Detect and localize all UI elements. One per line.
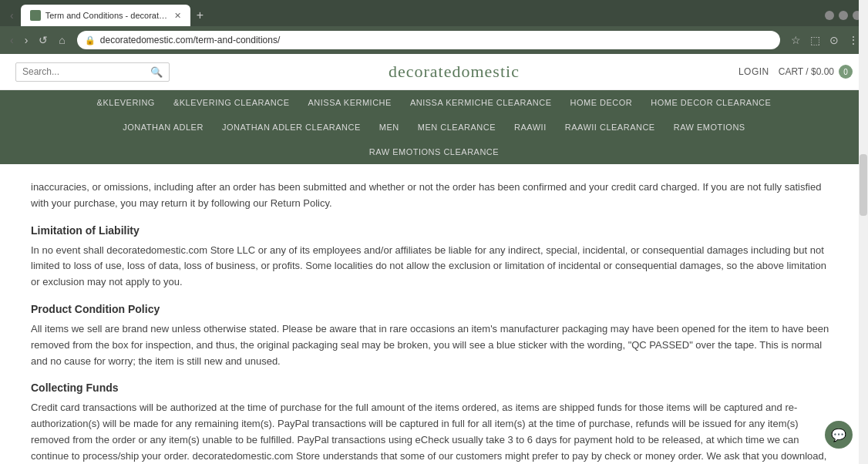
search-icon[interactable]: 🔍 (150, 66, 163, 78)
website: 🔍 decoratedomestic LOGIN CART / $0.00 0 … (0, 54, 868, 464)
tab-prev-btn[interactable]: ‹ (6, 8, 18, 23)
nav-item-men-clearance[interactable]: MEN CLEARANCE (409, 115, 505, 140)
browser-chrome: ‹ Term and Conditions - decorato... ✕ + … (0, 0, 868, 54)
section-limitation-body: In no event shall decoratedomestic.com S… (31, 243, 837, 291)
site-logo: decoratedomestic (389, 62, 520, 82)
section-funds-body: Credit card transactions will be authori… (31, 400, 837, 464)
nav-item-jonathan-adler-clearance[interactable]: JONATHAN ADLER CLEARANCE (213, 115, 370, 140)
browser-address-bar-row: ‹ › ↺ ⌂ 🔒 decoratedomestic.com/term-and-… (0, 26, 868, 54)
url-text: decoratedomestic.com/term-and-conditions… (100, 35, 280, 45)
search-input[interactable] (22, 66, 150, 77)
cart-area[interactable]: CART / $0.00 0 (779, 65, 853, 79)
tab-title: Term and Conditions - decorato... (45, 11, 170, 20)
browser-action-buttons: ☆ ⬚ ⊙ ⋮ (788, 32, 862, 48)
chat-widget-button[interactable]: 💬 (825, 421, 853, 449)
tab-favicon (30, 10, 41, 21)
window-controls (825, 11, 862, 20)
extensions-button[interactable]: ⬚ (807, 32, 823, 48)
scrollbar[interactable] (859, 0, 868, 464)
section-limitation-title: Limitation of Liability (31, 224, 837, 237)
tab-icon-area: ‹ (6, 8, 18, 23)
nav-item-klevering[interactable]: &KLEVERING (88, 90, 164, 115)
lock-icon: 🔒 (85, 35, 96, 45)
address-bar[interactable]: 🔒 decoratedomestic.com/term-and-conditio… (77, 31, 780, 49)
section-product-title: Product Condition Policy (31, 303, 837, 315)
intro-paragraph: inaccuracies, or omissions, including af… (31, 180, 837, 212)
section-collecting-funds: Collecting Funds Credit card transaction… (31, 382, 837, 464)
section-product-body: All items we sell are brand new unless o… (31, 321, 837, 369)
maximize-button[interactable] (839, 11, 848, 20)
chat-icon: 💬 (831, 428, 846, 442)
nav-row-2: JONATHAN ADLER JONATHAN ADLER CLEARANCE … (0, 115, 868, 140)
main-content: inaccuracies, or omissions, including af… (0, 164, 868, 464)
nav-item-home-decor-clearance[interactable]: HOME DECOR CLEARANCE (641, 90, 780, 115)
nav-item-men[interactable]: MEN (370, 115, 409, 140)
home-button[interactable]: ⌂ (55, 32, 69, 48)
forward-button[interactable]: › (21, 32, 32, 48)
nav-item-anissa-kermiche[interactable]: ANISSA KERMICHE (299, 90, 401, 115)
nav-item-jonathan-adler[interactable]: JONATHAN ADLER (113, 115, 213, 140)
section-funds-title: Collecting Funds (31, 382, 837, 394)
nav-item-raawii[interactable]: RAAWII (505, 115, 556, 140)
cart-count-badge: 0 (839, 65, 853, 79)
site-header: 🔍 decoratedomestic LOGIN CART / $0.00 0 (0, 54, 868, 90)
nav-item-raw-emotions-clearance[interactable]: RAW EMOTIONS CLEARANCE (360, 140, 508, 164)
nav-item-home-decor[interactable]: HOME DECOR (561, 90, 642, 115)
nav-row-3: RAW EMOTIONS CLEARANCE (0, 140, 868, 164)
new-tab-button[interactable]: + (190, 8, 210, 22)
search-bar[interactable]: 🔍 (15, 62, 170, 82)
header-right: LOGIN CART / $0.00 0 (738, 65, 853, 79)
navigation-bar: &KLEVERING &KLEVERING CLEARANCE ANISSA K… (0, 90, 868, 164)
tab-close-button[interactable]: ✕ (174, 11, 181, 21)
bookmark-button[interactable]: ☆ (788, 32, 804, 48)
active-tab[interactable]: Term and Conditions - decorato... ✕ (21, 5, 190, 26)
cart-label: CART / $0.00 (779, 66, 834, 77)
section-limitation-of-liability: Limitation of Liability In no event shal… (31, 224, 837, 291)
section-product-condition: Product Condition Policy All items we se… (31, 303, 837, 369)
login-link[interactable]: LOGIN (738, 66, 769, 77)
nav-item-klevering-clearance[interactable]: &KLEVERING CLEARANCE (164, 90, 299, 115)
minimize-button[interactable] (825, 11, 834, 20)
profile-menu-button[interactable]: ⊙ (826, 32, 842, 48)
tab-bar: ‹ Term and Conditions - decorato... ✕ + (0, 0, 868, 26)
nav-item-raawii-clearance[interactable]: RAAWII CLEARANCE (556, 115, 664, 140)
nav-item-raw-emotions[interactable]: RAW EMOTIONS (664, 115, 755, 140)
nav-row-1: &KLEVERING &KLEVERING CLEARANCE ANISSA K… (0, 90, 868, 115)
nav-item-anissa-kermiche-clearance[interactable]: ANISSA KERMICHE CLEARANCE (401, 90, 561, 115)
scrollbar-thumb[interactable] (860, 154, 867, 216)
back-button[interactable]: ‹ (6, 32, 18, 48)
reload-button[interactable]: ↺ (35, 32, 52, 48)
